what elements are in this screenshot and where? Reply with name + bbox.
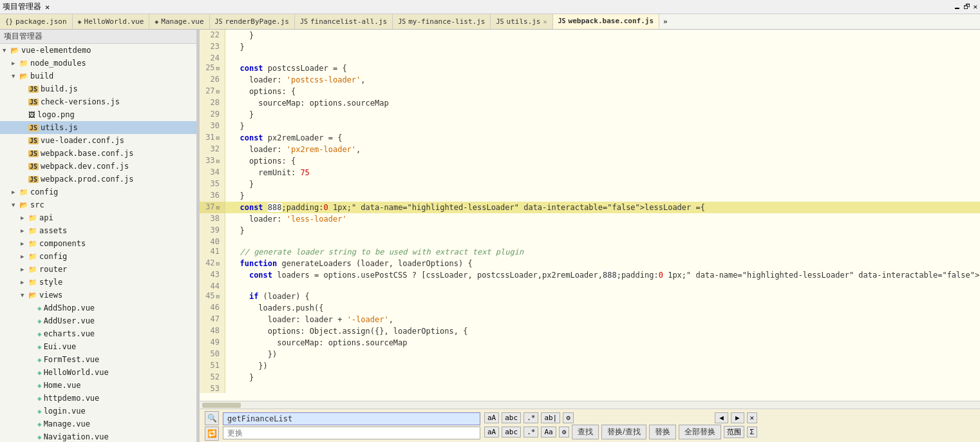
tab-financelist-all[interactable]: JSfinancelist-all.js xyxy=(295,14,393,29)
line-content-26[interactable]: loader: 'postcss-loader', xyxy=(225,74,980,86)
line-content-24[interactable] xyxy=(225,53,980,62)
line-content-39[interactable]: } xyxy=(225,225,980,236)
fold-arrow-27[interactable]: ⊟ xyxy=(216,88,220,95)
search-options-gear[interactable]: ⚙ xyxy=(563,412,574,423)
range-option[interactable]: 范围 xyxy=(724,426,744,438)
tree-item-build-js[interactable]: JSbuild.js xyxy=(0,82,196,95)
line-content-25[interactable]: const postcssLoader = { xyxy=(225,62,980,74)
line-content-29[interactable]: } xyxy=(225,109,980,120)
search-nav-next[interactable]: ▶ xyxy=(731,412,744,423)
line-content-52[interactable]: } xyxy=(225,372,980,383)
tree-item-src[interactable]: ▼📂src xyxy=(0,198,196,211)
find-button[interactable]: 查找 xyxy=(572,425,599,439)
line-content-27[interactable]: options: { xyxy=(225,86,980,97)
line-content-40[interactable] xyxy=(225,236,980,246)
search-options-abc[interactable]: abc xyxy=(502,412,521,423)
replace-input[interactable] xyxy=(223,427,480,439)
line-content-32[interactable]: loader: 'px2rem-loader', xyxy=(225,144,980,155)
tree-item-style[interactable]: ▶📁style xyxy=(0,276,196,289)
search-options-word[interactable]: ab| xyxy=(541,412,560,423)
replace-options-aa[interactable]: aA xyxy=(484,427,499,437)
line-content-28[interactable]: sourceMap: options.sourceMap xyxy=(225,97,980,109)
tree-item-echarts-vue[interactable]: ◈echarts.vue xyxy=(0,327,196,340)
tree-item-check-versions-js[interactable]: JScheck-versions.js xyxy=(0,95,196,108)
line-content-30[interactable]: } xyxy=(225,120,980,132)
replace-find-button[interactable]: 替换/查找 xyxy=(601,425,646,439)
search-options-aa[interactable]: aA xyxy=(484,412,499,423)
replace-options-abc[interactable]: abc xyxy=(502,427,521,437)
tree-item-webpack-dev-conf[interactable]: JSwebpack.dev.conf.js xyxy=(0,160,196,173)
fold-arrow-25[interactable]: ⊟ xyxy=(216,65,220,72)
search-options-regex[interactable]: .* xyxy=(523,412,538,423)
tree-item-Navigation-vue[interactable]: ◈Navigation.vue xyxy=(0,430,196,442)
search-input[interactable] xyxy=(223,412,480,425)
line-content-23[interactable]: } xyxy=(225,41,980,53)
line-content-43[interactable]: const loaders = options.usePostCSS ? [cs… xyxy=(225,269,980,281)
title-bar-close[interactable]: ✕ xyxy=(45,3,50,12)
tree-item-config-src[interactable]: ▶📁config xyxy=(0,250,196,263)
line-content-47[interactable]: loader: loader + '-loader', xyxy=(225,314,980,325)
line-content-22[interactable]: } xyxy=(225,30,980,41)
fold-arrow-33[interactable]: ⊟ xyxy=(216,158,220,164)
tree-item-Manage-vue-tree[interactable]: ◈Manage.vue xyxy=(0,418,196,430)
tab-my-finance-list[interactable]: JSmy-finance-list.js xyxy=(393,14,491,29)
tree-item-node_modules[interactable]: ▶📁node_modules xyxy=(0,57,196,70)
line-content-42[interactable]: function generateLoaders (loader, loader… xyxy=(225,258,980,269)
line-content-51[interactable]: }) xyxy=(225,360,980,372)
line-content-37[interactable]: const 888;padding:0 1px;" data-name="hig… xyxy=(225,202,980,213)
tree-item-vue-elementdemo[interactable]: ▼📂vue-elementdemo xyxy=(0,44,196,57)
line-content-44[interactable] xyxy=(225,281,980,291)
tree-item-logo-png[interactable]: 🖼logo.png xyxy=(0,108,196,121)
horizontal-scrollbar[interactable] xyxy=(200,401,980,408)
line-content-46[interactable]: loaders.push({ xyxy=(225,302,980,314)
line-content-50[interactable]: }) xyxy=(225,349,980,360)
tab-overflow-btn[interactable]: » xyxy=(659,14,672,29)
search-nav-prev[interactable]: ◀ xyxy=(715,412,728,423)
replace-options-preserve[interactable]: Aa xyxy=(541,427,556,437)
line-content-48[interactable]: options: Object.assign({}, loaderOptions… xyxy=(225,325,980,337)
tab-manage-vue[interactable]: ◈Manage.vue xyxy=(149,14,209,29)
line-content-31[interactable]: const px2remLoader = { xyxy=(225,132,980,144)
tree-item-router[interactable]: ▶📁router xyxy=(0,263,196,276)
line-content-45[interactable]: if (loader) { xyxy=(225,291,980,302)
tree-item-views[interactable]: ▼📂views xyxy=(0,289,196,302)
search-mode-btn[interactable]: 🔍 xyxy=(205,411,219,425)
sigma-option[interactable]: Σ xyxy=(747,427,758,437)
tree-item-utils-js-tree[interactable]: JSutils.js xyxy=(0,121,196,134)
tree-item-AddUser-vue[interactable]: ◈AddUser.vue xyxy=(0,314,196,327)
tree-item-components[interactable]: ▶📁components xyxy=(0,237,196,250)
line-content-34[interactable]: remUnit: 75 xyxy=(225,167,980,178)
replace-button[interactable]: 替换 xyxy=(649,425,676,439)
line-content-41[interactable]: // generate loader string to be used wit… xyxy=(225,246,980,258)
tab-package-json[interactable]: {}package.json xyxy=(0,14,73,29)
tree-item-assets[interactable]: ▶📁assets xyxy=(0,224,196,237)
tree-item-Eui-vue[interactable]: ◈Eui.vue xyxy=(0,340,196,353)
replace-mode-btn[interactable]: 🔁 xyxy=(205,427,219,441)
tree-item-HelloWorld-vue-tree[interactable]: ◈HelloWorld.vue xyxy=(0,366,196,379)
fold-arrow-42[interactable]: ⊟ xyxy=(216,260,220,267)
code-editor[interactable]: 22 }23 }2425⊟ const postcssLoader = {26 … xyxy=(200,30,980,401)
line-content-53[interactable] xyxy=(225,383,980,393)
tab-close-utils-js[interactable]: ✕ xyxy=(543,18,547,25)
tree-item-webpack-prod-conf[interactable]: JSwebpack.prod.conf.js xyxy=(0,173,196,186)
fold-arrow-31[interactable]: ⊟ xyxy=(216,135,220,141)
tab-helloworld-vue[interactable]: ◈HelloWorld.vue xyxy=(73,14,150,29)
line-content-36[interactable]: } xyxy=(225,190,980,202)
tree-item-AddShop-vue[interactable]: ◈AddShop.vue xyxy=(0,302,196,314)
tree-item-Home-vue[interactable]: ◈Home.vue xyxy=(0,379,196,392)
line-content-33[interactable]: options: { xyxy=(225,155,980,167)
tab-renderbypagejs[interactable]: JSrenderByPage.js xyxy=(210,14,295,29)
replace-options-regex2[interactable]: .* xyxy=(523,427,538,437)
tree-item-vue-loader-conf[interactable]: JSvue-loader.conf.js xyxy=(0,134,196,147)
h-scroll-thumb[interactable] xyxy=(202,403,241,408)
replace-options-gear2[interactable]: ⚙ xyxy=(559,427,570,437)
search-close[interactable]: ✕ xyxy=(747,412,758,423)
tree-item-webpack-base-conf-tree[interactable]: JSwebpack.base.conf.js xyxy=(0,147,196,160)
tree-item-FormTest-vue[interactable]: ◈FormTest.vue xyxy=(0,353,196,366)
replace-all-button[interactable]: 全部替换 xyxy=(679,425,721,439)
tab-utils-js[interactable]: JSutils.js✕ xyxy=(491,14,552,29)
line-content-38[interactable]: loader: 'less-loader' xyxy=(225,213,980,225)
tab-webpack-base-conf[interactable]: JSwebpack.base.conf.js xyxy=(553,14,660,29)
tree-item-login-vue[interactable]: ◈login.vue xyxy=(0,405,196,418)
fold-arrow-45[interactable]: ⊟ xyxy=(216,293,220,300)
